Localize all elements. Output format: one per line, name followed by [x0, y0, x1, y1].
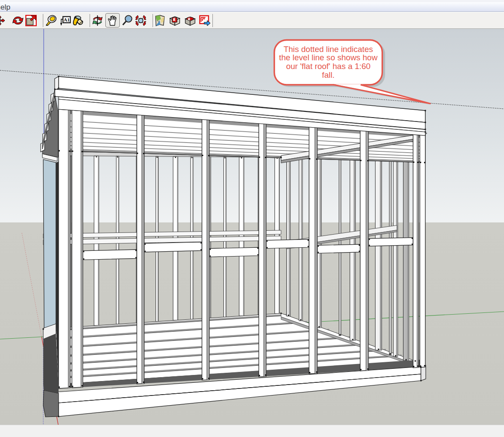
svg-text:A1: A1 — [64, 17, 70, 22]
svg-text:fall.: fall. — [322, 70, 335, 80]
svg-text:This dotted line indicates: This dotted line indicates — [284, 45, 373, 54]
svg-text:the level line so shows how: the level line so shows how — [279, 53, 378, 62]
svg-text:our 'flat roof' has a 1:60: our 'flat roof' has a 1:60 — [286, 62, 370, 71]
